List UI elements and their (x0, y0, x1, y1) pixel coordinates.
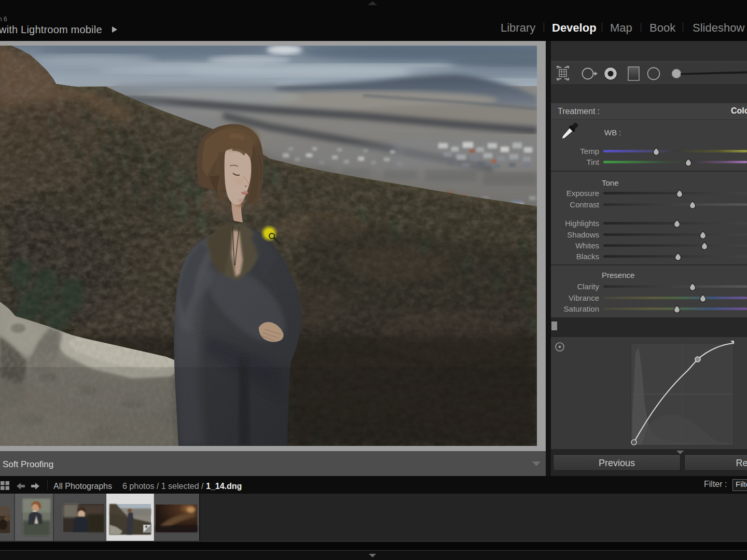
svg-text:Clarity: Clarity (577, 282, 599, 291)
svg-text:Temp: Temp (580, 147, 599, 156)
svg-text:Tint: Tint (587, 158, 600, 166)
svg-text:Shadows: Shadows (567, 230, 599, 239)
svg-text:Vibrance: Vibrance (569, 293, 599, 302)
svg-text:Exposure: Exposure (566, 189, 599, 198)
svg-text:6 photos / 1 selected / 1_14.d: 6 photos / 1 selected / 1_14.dng (122, 482, 242, 491)
svg-text:Tone: Tone (602, 178, 619, 187)
svg-text:Highlights: Highlights (565, 219, 599, 228)
svg-text:Blacks: Blacks (576, 252, 599, 261)
svg-text:Saturation: Saturation (564, 304, 599, 313)
svg-text:All Photographs: All Photographs (53, 482, 112, 491)
svg-text:Contrast: Contrast (570, 200, 600, 209)
svg-text:Whites: Whites (575, 241, 599, 250)
svg-text:Presence: Presence (602, 271, 634, 279)
